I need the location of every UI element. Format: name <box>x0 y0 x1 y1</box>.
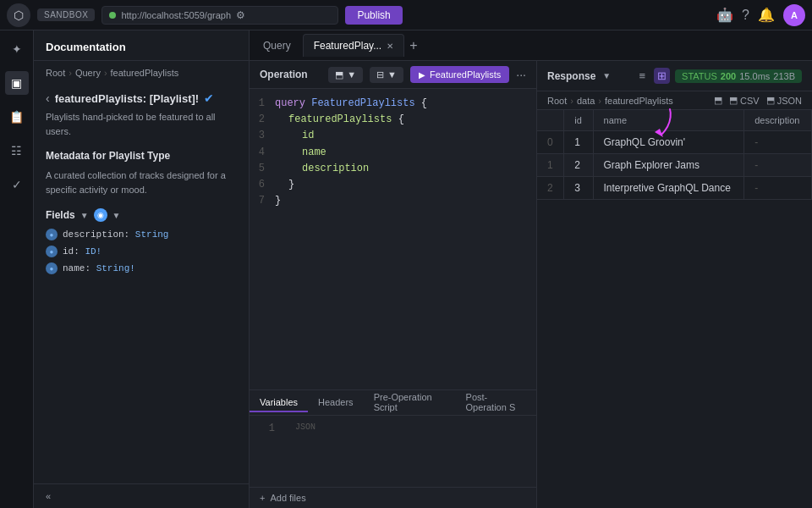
json-export-button[interactable]: ⬒ JSON <box>766 95 802 106</box>
status-badge: STATUS 200 15.0ms 213B <box>675 69 802 83</box>
operation-label: Operation <box>260 69 321 80</box>
sandbox-badge: SANDBOX <box>37 8 95 21</box>
json-label: JSON <box>295 422 315 432</box>
connection-status-dot <box>109 12 116 19</box>
breadcrumb-root[interactable]: Root <box>46 68 65 78</box>
fields-header: Fields ▼ ◉ ▼ <box>46 208 237 222</box>
field-item-name: ● name: String! <box>46 262 237 274</box>
tab-variables[interactable]: Variables <box>250 394 308 412</box>
td-description: - <box>744 154 812 177</box>
fields-label: Fields <box>46 209 75 221</box>
copy-export-button[interactable]: ⬒ <box>714 95 722 106</box>
filter-badge[interactable]: ◉ <box>94 208 107 222</box>
csv-export-button[interactable]: ⬒ CSV <box>729 95 760 106</box>
response-breadcrumb: Root › data › featuredPlaylists <box>547 96 673 106</box>
code-line-6: 6 } <box>250 177 536 193</box>
sidebar: Documentation Root › Query › featuredPla… <box>34 30 250 508</box>
nav-schema-icon[interactable]: ✦ <box>5 37 29 61</box>
sidebar-collapse-button[interactable]: « <box>34 483 249 508</box>
table-header-row: id name description <box>537 110 812 131</box>
sidebar-title-row: ‹ featuredPlaylists: [Playlist]! ✔ <box>46 91 237 105</box>
tab-pre-operation[interactable]: Pre-Operation Script <box>364 389 456 417</box>
ai-icon[interactable]: 🤖 <box>716 7 733 23</box>
help-icon[interactable]: ? <box>742 8 749 23</box>
filter-chevron-icon[interactable]: ▼ <box>112 211 121 220</box>
app-logo: ⬡ <box>7 3 30 27</box>
td-index: 2 <box>537 177 564 200</box>
td-index: 0 <box>537 131 564 154</box>
add-files-button[interactable]: + Add files <box>250 487 536 508</box>
format-icon: ⊟ <box>376 69 384 80</box>
copy-export-icon: ⬒ <box>714 95 722 106</box>
code-line-3: 3 id <box>250 128 536 144</box>
tab-bar: Query FeaturedPlay... ✕ + <box>250 30 812 61</box>
resp-bc-data: data <box>577 96 595 106</box>
field-text-name: name: String! <box>63 263 135 273</box>
td-id: 2 <box>564 154 593 177</box>
field-item-id: ● id: ID! <box>46 246 237 257</box>
icon-nav: ✦ ▣ 📋 ☷ ✓ <box>0 30 34 508</box>
tab-featured-label: FeaturedPlay... <box>314 40 381 52</box>
tab-post-operation[interactable]: Post-Operation S <box>456 389 536 417</box>
tab-add-button[interactable]: + <box>406 35 420 57</box>
filter-response-icon[interactable]: ≡ <box>636 68 650 84</box>
response-time: 15.0ms <box>739 71 770 81</box>
avatar[interactable]: A <box>783 4 805 26</box>
response-section: Response ▼ ≡ ⊞ STATUS 200 15.0ms 213B <box>537 61 812 508</box>
export-buttons: ⬒ ⬒ CSV ⬒ JSON <box>714 95 802 106</box>
back-button[interactable]: ‹ <box>46 91 50 105</box>
breadcrumb-query[interactable]: Query <box>75 68 101 78</box>
code-line-7: 7 } <box>250 193 536 209</box>
field-item-description: ● description: String <box>46 229 237 240</box>
response-subheader: Root › data › featuredPlaylists ⬒ ⬒ CSV <box>537 91 812 110</box>
operation-panel: Operation ⬒ ▼ ⊟ ▼ ▶ FeaturedPlaylists ··… <box>250 61 812 508</box>
code-editor[interactable]: 1 query FeaturedPlaylists { 2 featuredPl… <box>250 89 536 389</box>
editor-area: Query FeaturedPlay... ✕ + Operation ⬒ ▼ <box>250 30 812 508</box>
topbar: ⬡ SANDBOX http://localhost:5059/graph ⚙ … <box>0 0 812 30</box>
nav-settings-icon[interactable]: ☷ <box>5 139 29 163</box>
csv-label: CSV <box>740 96 760 106</box>
tab-close-icon[interactable]: ✕ <box>387 41 393 51</box>
td-description: - <box>744 131 812 154</box>
nav-history-icon[interactable]: 📋 <box>5 105 29 129</box>
publish-button[interactable]: Publish <box>345 6 402 25</box>
metadata-description: A curated collection of tracks designed … <box>46 168 237 196</box>
filter-icon: ◉ <box>97 211 104 219</box>
url-bar[interactable]: http://localhost:5059/graph ⚙ <box>102 6 338 25</box>
url-settings-icon[interactable]: ⚙ <box>236 9 245 21</box>
nav-query-icon[interactable]: ▣ <box>5 71 29 95</box>
bell-icon[interactable]: 🔔 <box>758 7 775 23</box>
td-index: 1 <box>537 154 564 177</box>
tab-headers[interactable]: Headers <box>308 394 364 412</box>
td-id: 3 <box>564 177 593 200</box>
copy-button[interactable]: ⬒ ▼ <box>328 67 363 83</box>
tab-query-label: Query <box>263 40 291 52</box>
response-table: id name description 0 1 GraphQL Groovin'… <box>537 110 812 508</box>
nav-checkmark-icon[interactable]: ✓ <box>5 173 29 196</box>
breadcrumb: Root › Query › featuredPlaylists <box>34 61 249 85</box>
response-actions: ≡ ⊞ STATUS 200 15.0ms 213B <box>636 68 803 84</box>
table-row: 2 3 Interpretive GraphQL Dance - <box>537 177 812 200</box>
format-button[interactable]: ⊟ ▼ <box>370 67 403 83</box>
operation-header: Operation ⬒ ▼ ⊟ ▼ ▶ FeaturedPlaylists ··… <box>250 61 536 89</box>
sidebar-description: Playlists hand-picked to be featured to … <box>46 110 237 138</box>
td-name: GraphQL Groovin' <box>593 131 744 154</box>
td-description: - <box>744 177 812 200</box>
table-row: 0 1 GraphQL Groovin' - <box>537 131 812 154</box>
metadata-section-title: Metadata for Playlist Type <box>46 150 237 162</box>
tab-query[interactable]: Query <box>253 35 301 57</box>
run-button[interactable]: ▶ FeaturedPlaylists <box>410 66 509 83</box>
data-table: id name description 0 1 GraphQL Groovin'… <box>537 110 812 200</box>
tab-featured[interactable]: FeaturedPlay... ✕ <box>303 34 404 57</box>
more-button[interactable]: ··· <box>516 68 526 81</box>
code-section: Operation ⬒ ▼ ⊟ ▼ ▶ FeaturedPlaylists ··… <box>250 61 537 508</box>
code-line-5: 5 description <box>250 161 536 177</box>
copy-chevron-icon: ▼ <box>347 69 356 80</box>
response-label: Response <box>547 70 595 82</box>
grid-view-icon[interactable]: ⊞ <box>654 68 670 84</box>
response-chevron-icon[interactable]: ▼ <box>602 71 611 80</box>
col-description: description <box>744 110 812 131</box>
status-code: 200 <box>721 71 736 81</box>
topbar-right: 🤖 ? 🔔 A <box>716 4 805 26</box>
fields-chevron-icon[interactable]: ▼ <box>80 211 89 220</box>
